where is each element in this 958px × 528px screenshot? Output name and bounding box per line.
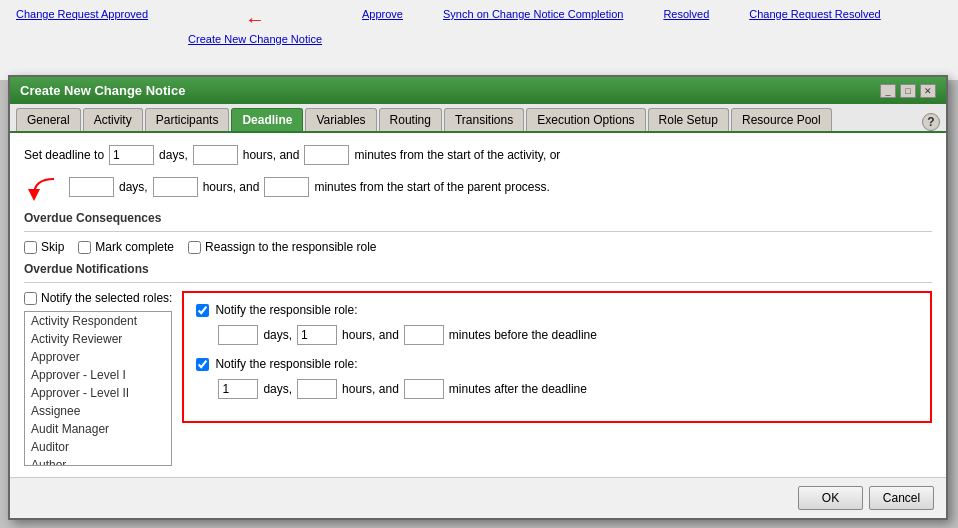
notify-selected-roles-label[interactable]: Notify the selected roles:: [24, 291, 172, 305]
minutes-label-1: minutes from the start of the activity, …: [354, 148, 560, 162]
consequences-separator: [24, 231, 932, 232]
deadline-days-input-1[interactable]: [109, 145, 154, 165]
after-days-label: days,: [263, 382, 292, 396]
deadline-days-input-2[interactable]: [69, 177, 114, 197]
days-label-1: days,: [159, 148, 188, 162]
before-deadline-label: minutes before the deadline: [449, 328, 597, 342]
after-hours-label: hours, and: [342, 382, 399, 396]
notify-selected-roles-checkbox[interactable]: [24, 292, 37, 305]
mark-complete-checkbox[interactable]: [78, 241, 91, 254]
minimize-button[interactable]: _: [880, 84, 896, 98]
maximize-button[interactable]: □: [900, 84, 916, 98]
overdue-consequences-header: Overdue Consequences: [24, 211, 932, 225]
cancel-button[interactable]: Cancel: [869, 486, 934, 510]
notify-before-time-row: days, hours, and minutes before the dead…: [196, 325, 918, 345]
notify-responsible-after-checkbox[interactable]: [196, 358, 209, 371]
tab-participants[interactable]: Participants: [145, 108, 230, 131]
after-deadline-label: minutes after the deadline: [449, 382, 587, 396]
left-notifications-panel: Notify the selected roles: Activity Resp…: [24, 291, 172, 466]
reassign-label: Reassign to the responsible role: [205, 240, 376, 254]
deadline-hours-input-2[interactable]: [153, 177, 198, 197]
wf-resolved[interactable]: Resolved: [663, 8, 709, 20]
wf-create-new-change-notice[interactable]: Create New Change Notice: [188, 33, 322, 45]
modal-title: Create New Change Notice: [20, 83, 185, 98]
before-days-label: days,: [263, 328, 292, 342]
list-item[interactable]: Approver - Level I: [25, 366, 171, 384]
workflow-links: Change Request Approved ← Create New Cha…: [0, 0, 958, 80]
skip-checkbox-label[interactable]: Skip: [24, 240, 64, 254]
modal-titlebar: Create New Change Notice _ □ ✕: [10, 77, 946, 104]
wf-approve[interactable]: Approve: [362, 8, 403, 20]
ok-button[interactable]: OK: [798, 486, 863, 510]
mark-complete-checkbox-label[interactable]: Mark complete: [78, 240, 174, 254]
mark-complete-label: Mark complete: [95, 240, 174, 254]
modal-footer: OK Cancel: [10, 477, 946, 518]
roles-list-container[interactable]: Activity Respondent Activity Reviewer Ap…: [24, 311, 172, 466]
tab-variables[interactable]: Variables: [305, 108, 376, 131]
deadline-row-2: days, hours, and minutes from the start …: [24, 171, 932, 203]
after-hours-input[interactable]: [297, 379, 337, 399]
list-item[interactable]: Auditor: [25, 438, 171, 456]
wf-synch[interactable]: Synch on Change Notice Completion: [443, 8, 623, 20]
hours-label-2: hours, and: [203, 180, 260, 194]
skip-label: Skip: [41, 240, 64, 254]
notify-after-time-row: days, hours, and minutes after the deadl…: [196, 379, 918, 399]
set-deadline-to-label: Set deadline to: [24, 148, 104, 162]
tab-transitions[interactable]: Transitions: [444, 108, 524, 131]
tab-general[interactable]: General: [16, 108, 81, 131]
deadline-minutes-input-2[interactable]: [264, 177, 309, 197]
list-item[interactable]: Audit Manager: [25, 420, 171, 438]
notify-before-row: Notify the responsible role:: [196, 303, 918, 317]
help-icon[interactable]: ?: [922, 113, 940, 131]
notifications-section: Notify the selected roles: Activity Resp…: [24, 291, 932, 466]
tab-activity[interactable]: Activity: [83, 108, 143, 131]
overdue-consequences-row: Skip Mark complete Reassign to the respo…: [24, 240, 932, 254]
notification-panel: Notify the responsible role: days, hours…: [182, 291, 932, 423]
notify-responsible-after-label: Notify the responsible role:: [215, 357, 357, 371]
minutes-label-2: minutes from the start of the parent pro…: [314, 180, 549, 194]
titlebar-buttons: _ □ ✕: [880, 84, 936, 98]
before-hours-input[interactable]: [297, 325, 337, 345]
after-days-input[interactable]: [218, 379, 258, 399]
modal-body: Set deadline to days, hours, and minutes…: [10, 133, 946, 477]
notify-responsible-before-checkbox[interactable]: [196, 304, 209, 317]
overdue-notifications-header: Overdue Notifications: [24, 262, 932, 276]
tab-deadline[interactable]: Deadline: [231, 108, 303, 131]
red-arrow-icon: ←: [245, 8, 265, 31]
tabs-bar: General Activity Participants Deadline V…: [10, 104, 946, 133]
list-item[interactable]: Approver: [25, 348, 171, 366]
skip-checkbox[interactable]: [24, 241, 37, 254]
hours-label-1: hours, and: [243, 148, 300, 162]
reassign-checkbox[interactable]: [188, 241, 201, 254]
close-button[interactable]: ✕: [920, 84, 936, 98]
before-hours-label: hours, and: [342, 328, 399, 342]
before-minutes-input[interactable]: [404, 325, 444, 345]
list-item[interactable]: Activity Reviewer: [25, 330, 171, 348]
days-label-2: days,: [119, 180, 148, 194]
deadline-hours-input-1[interactable]: [193, 145, 238, 165]
wf-change-request-resolved[interactable]: Change Request Resolved: [749, 8, 880, 20]
tab-routing[interactable]: Routing: [379, 108, 442, 131]
reassign-checkbox-label[interactable]: Reassign to the responsible role: [188, 240, 376, 254]
list-item[interactable]: Author: [25, 456, 171, 466]
red-curved-arrow-icon: [24, 171, 64, 203]
notify-after-row: Notify the responsible role:: [196, 357, 918, 371]
list-item[interactable]: Activity Respondent: [25, 312, 171, 330]
deadline-minutes-input-1[interactable]: [304, 145, 349, 165]
workflow-background: Change Request Approved ← Create New Cha…: [0, 0, 958, 80]
list-item[interactable]: Assignee: [25, 402, 171, 420]
notifications-separator: [24, 282, 932, 283]
modal-dialog: Create New Change Notice _ □ ✕ General A…: [8, 75, 948, 520]
after-minutes-input[interactable]: [404, 379, 444, 399]
notify-responsible-before-label: Notify the responsible role:: [215, 303, 357, 317]
wf-change-request-approved[interactable]: Change Request Approved: [16, 8, 148, 20]
tab-resource-pool[interactable]: Resource Pool: [731, 108, 832, 131]
tab-execution-options[interactable]: Execution Options: [526, 108, 645, 131]
list-item[interactable]: Approver - Level II: [25, 384, 171, 402]
tab-role-setup[interactable]: Role Setup: [648, 108, 729, 131]
notify-selected-roles-text: Notify the selected roles:: [41, 291, 172, 305]
deadline-row-1: Set deadline to days, hours, and minutes…: [24, 145, 932, 165]
before-days-input[interactable]: [218, 325, 258, 345]
